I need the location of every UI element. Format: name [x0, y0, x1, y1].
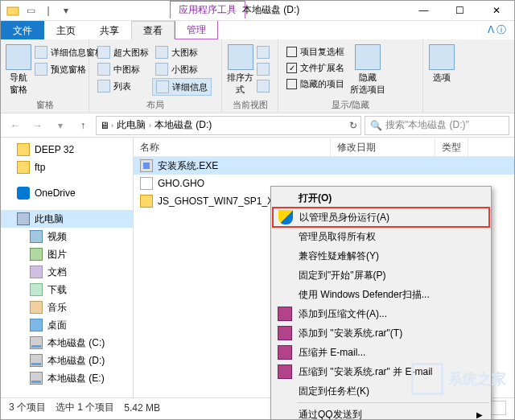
column-headers: 名称 修改日期 类型 — [134, 138, 514, 157]
status-selected: 选中 1 个项目 — [56, 401, 114, 414]
addcol-button[interactable] — [253, 61, 273, 77]
tree-ftp[interactable]: ftp — [1, 159, 133, 176]
gho-icon — [140, 177, 153, 190]
groupby-button[interactable] — [253, 44, 273, 60]
status-count: 3 个项目 — [9, 401, 46, 414]
menu-separator — [297, 402, 489, 403]
layout-medium[interactable]: 中图标 — [94, 61, 152, 77]
exe-icon — [140, 159, 153, 172]
tab-file[interactable]: 文件 — [1, 21, 44, 39]
refresh-icon[interactable]: ↻ — [349, 120, 357, 131]
winrar-icon — [278, 307, 292, 321]
winrar-icon — [278, 364, 292, 379]
tab-share[interactable]: 共享 — [88, 21, 131, 39]
ctx-compat-troubleshoot[interactable]: 兼容性疑难解答(Y) — [273, 246, 489, 266]
tree-documents[interactable]: 文档 — [1, 263, 133, 281]
props-icon[interactable]: ▭ — [23, 3, 38, 18]
forward-button[interactable]: → — [28, 116, 47, 135]
ctx-add-archive[interactable]: 添加到压缩文件(A)... — [273, 304, 489, 323]
ribbon-help-icon[interactable]: ᐱ ⓘ — [480, 21, 514, 39]
col-name[interactable]: 名称 — [134, 138, 331, 156]
ctx-add-rar[interactable]: 添加到 "安装系统.rar"(T) — [273, 323, 489, 343]
group-label-showhide: 显示/隐藏 — [278, 99, 422, 111]
tree-videos[interactable]: 视频 — [1, 228, 133, 245]
col-type[interactable]: 类型 — [435, 138, 468, 156]
group-label-current: 当前视图 — [222, 99, 278, 111]
address-bar: ← → ▾ ↑ 🖥 › 此电脑 › 本地磁盘 (D:) ↻ 🔍 搜索"本地磁盘 … — [1, 113, 514, 138]
ctx-open[interactable]: 打开(O) — [273, 188, 489, 208]
minimize-button[interactable]: — — [406, 1, 442, 21]
options-icon — [429, 44, 455, 70]
tab-view[interactable]: 查看 — [131, 21, 175, 39]
tree-pictures[interactable]: 图片 — [1, 245, 133, 263]
options-button[interactable]: 选项 — [428, 41, 455, 84]
ctx-qq-send[interactable]: 通过QQ发送到▶ — [273, 405, 489, 420]
qat-dropdown-icon[interactable]: ▾ — [59, 3, 73, 18]
crumb-pc[interactable]: 此电脑 — [115, 118, 147, 132]
pc-icon: 🖥 — [100, 120, 109, 131]
tree-drive-e[interactable]: 本地磁盘 (E:) — [1, 369, 133, 387]
tree-thispc[interactable]: 此电脑 — [1, 210, 133, 228]
winrar-icon — [278, 326, 292, 340]
winrar-icon — [278, 345, 292, 360]
ctx-take-ownership[interactable]: 管理员取得所有权 — [273, 227, 489, 246]
folder-icon — [140, 195, 153, 208]
tree-deep32[interactable]: DEEP 32 — [1, 141, 133, 159]
contextual-tab-label: 应用程序工具 — [170, 1, 245, 19]
tree-onedrive[interactable]: OneDrive — [1, 184, 133, 202]
file-ext-toggle[interactable]: 文件扩展名 — [283, 60, 348, 76]
layout-xlarge[interactable]: 超大图标 — [94, 44, 152, 60]
crumb-drive[interactable]: 本地磁盘 (D:) — [153, 118, 213, 132]
tree-desktop[interactable]: 桌面 — [1, 316, 133, 334]
file-item-exe[interactable]: 安装系统.EXE — [134, 157, 514, 175]
tree-music[interactable]: 音乐 — [1, 299, 133, 316]
layout-small[interactable]: 小图标 — [152, 61, 212, 77]
layout-details[interactable]: 详细信息 — [152, 78, 212, 96]
title-bar: ▭ | ▾ 应用程序工具 本地磁盘 (D:) — ☐ ✕ — [1, 1, 514, 21]
ctx-zip-rar-email[interactable]: 压缩到 "安装系统.rar" 并 E-mail — [273, 362, 489, 381]
tab-home[interactable]: 主页 — [44, 21, 88, 39]
submenu-arrow-icon: ▶ — [476, 410, 483, 419]
ctx-run-as-admin[interactable]: 以管理员身份运行(A) — [272, 207, 490, 228]
navigation-tree: DEEP 32 ftp OneDrive 此电脑 视频 图片 文档 下载 音乐 … — [1, 138, 134, 397]
search-placeholder: 搜索"本地磁盘 (D:)" — [385, 118, 469, 132]
maximize-button[interactable]: ☐ — [442, 1, 478, 21]
up-button[interactable]: ↑ — [73, 116, 93, 135]
search-icon: 🔍 — [370, 120, 382, 131]
ribbon-tabs: 文件 主页 共享 查看 管理 ᐱ ⓘ — [1, 21, 514, 39]
tree-drive-c[interactable]: 本地磁盘 (C:) — [1, 334, 133, 352]
sizecol-button[interactable] — [253, 78, 273, 94]
back-button[interactable]: ← — [6, 116, 25, 135]
item-checkboxes-toggle[interactable]: 项目复选框 — [283, 44, 348, 60]
group-label-layout: 布局 — [89, 99, 221, 111]
folder-icon[interactable] — [6, 3, 20, 18]
tree-downloads[interactable]: 下载 — [1, 281, 133, 299]
group-label-panes: 窗格 — [1, 99, 89, 111]
sort-by-button[interactable]: 排序方式 — [227, 41, 253, 96]
nav-pane-icon — [6, 44, 31, 70]
recent-button[interactable]: ▾ — [51, 116, 70, 135]
col-modified[interactable]: 修改日期 — [331, 138, 435, 156]
close-button[interactable]: ✕ — [478, 1, 514, 21]
nav-pane-button[interactable]: 导航窗格 — [6, 41, 31, 96]
layout-large[interactable]: 大图标 — [152, 44, 212, 60]
shield-icon — [278, 210, 293, 224]
hide-selected-button[interactable]: 隐藏 所选项目 — [348, 41, 388, 96]
breadcrumb[interactable]: 🖥 › 此电脑 › 本地磁盘 (D:) ↻ — [96, 116, 361, 135]
svg-rect-0 — [7, 7, 19, 15]
quick-access-toolbar: ▭ | ▾ — [1, 3, 73, 18]
ctx-defender-scan[interactable]: 使用 Windows Defender扫描... — [273, 285, 489, 304]
ctx-pin-start[interactable]: 固定到"开始"屏幕(P) — [273, 266, 489, 285]
qat-divider: | — [41, 3, 56, 18]
ctx-pin-taskbar[interactable]: 固定到任务栏(K) — [273, 381, 489, 401]
window-title: 本地磁盘 (D:) — [242, 3, 299, 17]
tree-drive-d[interactable]: 本地磁盘 (D:) — [1, 352, 133, 369]
hidden-items-toggle[interactable]: 隐藏的项目 — [283, 76, 348, 92]
layout-list[interactable]: 列表 — [94, 78, 152, 94]
ribbon: 导航窗格 详细信息窗格 预览窗格 窗格 超大图标 中图标 列表 大图标 小图标 … — [1, 39, 514, 113]
search-box[interactable]: 🔍 搜索"本地磁盘 (D:)" — [365, 116, 509, 135]
sort-icon — [228, 44, 253, 70]
context-menu: 打开(O) 以管理员身份运行(A) 管理员取得所有权 兼容性疑难解答(Y) 固定… — [270, 186, 492, 420]
tab-manage[interactable]: 管理 — [175, 21, 218, 39]
ctx-zip-email[interactable]: 压缩并 E-mail... — [273, 343, 489, 362]
